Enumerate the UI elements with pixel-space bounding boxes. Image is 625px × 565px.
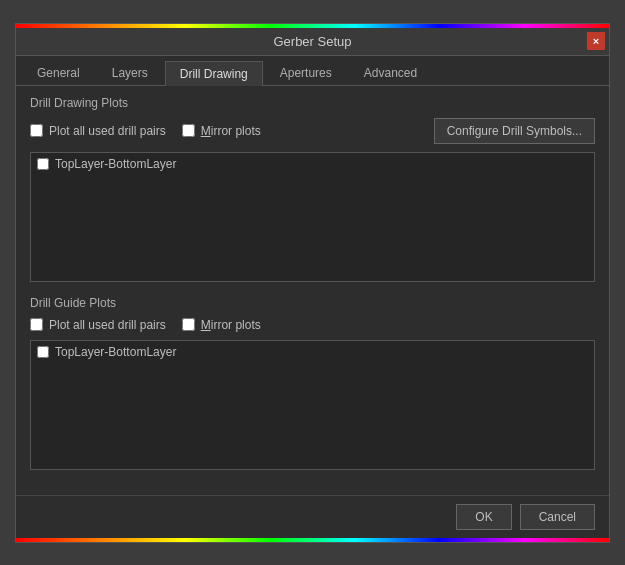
gerber-setup-dialog: Gerber Setup × General Layers Drill Draw…	[15, 23, 610, 543]
guide-mirror-plots-checkbox[interactable]	[182, 318, 195, 331]
guide-plot-all-drill-pairs-row: Plot all used drill pairs	[30, 318, 166, 332]
drill-drawing-controls: Plot all used drill pairs Mirror plots C…	[30, 118, 595, 144]
drill-drawing-plots-section: Drill Drawing Plots Plot all used drill …	[30, 96, 595, 282]
guide-mirror-plots-label[interactable]: Mirror plots	[201, 318, 261, 332]
drill-drawing-list: TopLayer-BottomLayer	[30, 152, 595, 282]
bottom-bar: OK Cancel	[16, 495, 609, 538]
guide-mirror-plots-row: Mirror plots	[182, 318, 261, 332]
rainbow-bar-bottom	[16, 538, 609, 542]
tab-apertures[interactable]: Apertures	[265, 60, 347, 85]
plot-all-drill-pairs-checkbox[interactable]	[30, 124, 43, 137]
drill-guide-plots-section: Drill Guide Plots Plot all used drill pa…	[30, 296, 595, 470]
tab-content: Drill Drawing Plots Plot all used drill …	[16, 86, 609, 495]
configure-drill-symbols-button[interactable]: Configure Drill Symbols...	[434, 118, 595, 144]
tab-layers[interactable]: Layers	[97, 60, 163, 85]
plot-all-drill-pairs-label[interactable]: Plot all used drill pairs	[49, 124, 166, 138]
toplayer-bottomlayer-checkbox-2[interactable]	[37, 346, 49, 358]
toplayer-bottomlayer-label-2: TopLayer-BottomLayer	[55, 345, 176, 359]
mirror-plots-label[interactable]: Mirror plots	[201, 124, 261, 138]
tab-general[interactable]: General	[22, 60, 95, 85]
close-button[interactable]: ×	[587, 32, 605, 50]
plot-all-drill-pairs-row: Plot all used drill pairs	[30, 124, 166, 138]
mirror-plots-checkbox[interactable]	[182, 124, 195, 137]
tab-bar: General Layers Drill Drawing Apertures A…	[16, 56, 609, 86]
drill-drawing-plots-title: Drill Drawing Plots	[30, 96, 595, 110]
mirror-plots-row: Mirror plots	[182, 124, 261, 138]
cancel-button[interactable]: Cancel	[520, 504, 595, 530]
dialog-title: Gerber Setup	[273, 34, 351, 49]
drill-guide-plots-title: Drill Guide Plots	[30, 296, 595, 310]
drill-guide-controls: Plot all used drill pairs Mirror plots	[30, 318, 595, 332]
list-item: TopLayer-BottomLayer	[31, 153, 594, 175]
title-bar: Gerber Setup ×	[16, 28, 609, 56]
tab-drill-drawing[interactable]: Drill Drawing	[165, 61, 263, 86]
toplayer-bottomlayer-label-1: TopLayer-BottomLayer	[55, 157, 176, 171]
drill-guide-list: TopLayer-BottomLayer	[30, 340, 595, 470]
tab-advanced[interactable]: Advanced	[349, 60, 432, 85]
guide-plot-all-drill-pairs-label[interactable]: Plot all used drill pairs	[49, 318, 166, 332]
ok-button[interactable]: OK	[456, 504, 511, 530]
list-item: TopLayer-BottomLayer	[31, 341, 594, 363]
toplayer-bottomlayer-checkbox-1[interactable]	[37, 158, 49, 170]
guide-plot-all-drill-pairs-checkbox[interactable]	[30, 318, 43, 331]
